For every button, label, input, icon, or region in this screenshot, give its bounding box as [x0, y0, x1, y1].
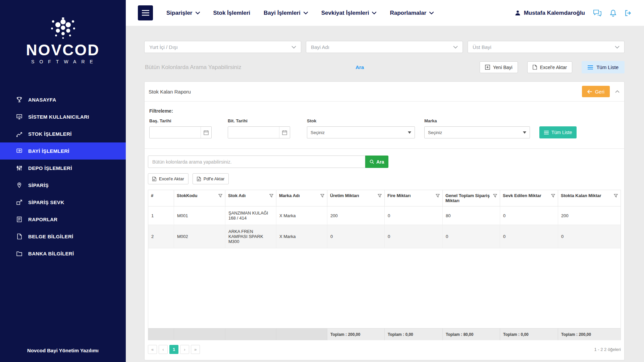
end-date-field: [228, 126, 290, 138]
user-menu[interactable]: Mustafa Kalemdaroğlu: [515, 10, 585, 16]
totals-cell-empty: [148, 328, 174, 340]
hamburger-menu-button[interactable]: [138, 5, 153, 20]
column-label: StokKodu: [177, 193, 197, 198]
pdf-export-button[interactable]: Pdf'e Aktar: [193, 173, 229, 184]
sidebar-item-siparis[interactable]: SİPARİŞ: [0, 177, 126, 194]
start-date-input[interactable]: [150, 127, 201, 138]
end-date-label: Bit. Tarihi: [228, 118, 290, 123]
table-search-input[interactable]: [148, 156, 365, 168]
filter-funnel-icon[interactable]: [378, 194, 382, 198]
cell: 0: [500, 225, 558, 248]
content-area: Yurt İçi / Dışı Bayi Adı Üst Bayi Ara Ye…: [126, 26, 644, 362]
column-label: Stokta Kalan Miktar: [561, 193, 601, 198]
sidebar-item-belge-bilgileri[interactable]: BELGE BİLGİLERİ: [0, 228, 126, 245]
column-header: Üretim Miktarı: [327, 190, 385, 206]
sidebar-item-label: BAYİ İŞLEMLERİ: [28, 148, 69, 154]
filter-funnel-icon[interactable]: [320, 194, 324, 198]
table-row[interactable]: 1 M001 ŞANZIMAN KULAĞI 168 / 414 X Marka…: [148, 206, 621, 225]
column-header: Fire Miktarı: [385, 190, 443, 206]
filter-funnel-icon[interactable]: [493, 194, 497, 198]
first-page-icon[interactable]: «: [148, 345, 157, 354]
sidebar-footer-text: Novcod Bayi Yönetim Yazılımı: [0, 339, 126, 362]
last-page-icon[interactable]: »: [191, 345, 200, 354]
end-date-input[interactable]: [228, 127, 279, 138]
table-search-button[interactable]: Ara: [365, 156, 388, 168]
nav-sevkiyat-islemleri[interactable]: Sevkiyat İşlemleri: [321, 10, 377, 16]
chevron-down-icon: [304, 12, 308, 14]
logout-icon[interactable]: [625, 10, 632, 16]
sidebar-item-stok-islemleri[interactable]: STOK İŞLEMLERİ: [0, 125, 126, 142]
nav-stok-islemleri[interactable]: Stok İşlemleri: [213, 10, 251, 16]
excel-export-label: Excel'e Aktar: [159, 176, 184, 181]
back-label: Geri: [595, 89, 604, 95]
cell: 1: [148, 206, 174, 225]
column-header: Marka Adı: [276, 190, 327, 206]
stock-report-table: # StokKodu Stok Adı Marka Adı Üretim Mik…: [148, 190, 621, 340]
sidebar-item-depo-islemleri[interactable]: DEPO İŞLEMLERİ: [0, 160, 126, 177]
cell: ŞANZIMAN KULAĞI 168 / 414: [225, 206, 276, 225]
nav-bayi-islemleri[interactable]: Bayi İşlemleri: [264, 10, 308, 16]
region-select[interactable]: Yurt İçi / Dışı: [144, 41, 301, 53]
parent-dealer-select[interactable]: Üst Bayi: [468, 41, 625, 53]
column-label: Marka Adı: [279, 193, 300, 198]
nav-label: Siparişler: [166, 10, 193, 16]
sidebar-item-label: RAPORLAR: [28, 217, 57, 222]
nav-label: Stok İşlemleri: [213, 10, 251, 16]
page-number-button[interactable]: 1: [169, 345, 178, 354]
column-header: Sevk Edilen Miktar: [500, 190, 558, 206]
cell: 0: [558, 225, 621, 248]
table-row[interactable]: 2 M002 ARKA FREN KAMPASI SPARK M300 X Ma…: [148, 225, 621, 248]
next-page-icon[interactable]: ›: [180, 345, 189, 354]
dealer-name-select[interactable]: Bayi Adı: [306, 41, 463, 53]
sidebar-item-bayi-islemleri[interactable]: BAYİ İŞLEMLERİ: [0, 142, 126, 160]
full-list-button-filter[interactable]: Tüm Liste: [539, 126, 577, 138]
sidebar-item-sistem-kullanicilari[interactable]: SİSTEM KULLANICILARI: [0, 108, 126, 125]
column-label: Sevk Edilen Miktar: [503, 193, 541, 198]
sidebar-item-label: BELGE BİLGİLERİ: [28, 234, 73, 239]
filter-funnel-icon[interactable]: [436, 194, 440, 198]
sidebar-item-label: STOK İŞLEMLERİ: [28, 131, 72, 137]
cell: 200: [327, 206, 385, 225]
sidebar-item-siparis-sevk[interactable]: SİPARİŞ SEVK: [0, 194, 126, 211]
sidebar-item-banka-bilgileri[interactable]: BANKA BİLGİLERİ: [0, 245, 126, 262]
sidebar-item-label: SİSTEM KULLANICILARI: [28, 114, 89, 120]
collapse-chevron-up-icon[interactable]: [615, 90, 620, 93]
calendar-icon[interactable]: [201, 127, 211, 138]
excel-export-button-top[interactable]: Excel'e Aktar: [527, 61, 573, 73]
filter-funnel-icon[interactable]: [614, 194, 618, 198]
start-date-field: [149, 126, 212, 138]
totals-cell: Toplam : 80,00: [443, 328, 500, 340]
notifications-bell-icon[interactable]: [610, 9, 616, 17]
sidebar-item-anasayfa[interactable]: ANASAYFA: [0, 91, 126, 108]
list-icon: [544, 131, 549, 134]
back-button[interactable]: Geri: [582, 86, 610, 97]
cell: 200: [558, 206, 621, 225]
filter-funnel-icon[interactable]: [269, 194, 273, 198]
chat-icon[interactable]: [593, 9, 602, 16]
previous-page-icon[interactable]: ‹: [159, 345, 168, 354]
global-search-input[interactable]: [144, 63, 332, 72]
column-label: Fire Miktarı: [387, 193, 411, 198]
excel-export-button[interactable]: Excel'e Aktar: [148, 173, 189, 184]
calendar-icon[interactable]: [279, 127, 290, 138]
nav-siparisler[interactable]: Siparişler: [166, 10, 200, 16]
filter-funnel-icon[interactable]: [218, 194, 222, 198]
full-list-button-top[interactable]: Tüm Liste: [582, 61, 625, 73]
brand-select[interactable]: Seçiniz: [424, 126, 530, 138]
new-dealer-button[interactable]: Yeni Bayi: [480, 61, 518, 73]
arrow-left-icon: [587, 89, 592, 94]
top-navbar: Siparişler Stok İşlemleri Bayi İşlemleri…: [126, 0, 644, 26]
chevron-down-icon: [408, 131, 411, 134]
excel-export-label: Excel'e Aktar: [540, 65, 567, 70]
totals-cell-empty: [225, 328, 276, 340]
table-header-row: # StokKodu Stok Adı Marka Adı Üretim Mik…: [148, 190, 621, 206]
search-link[interactable]: Ara: [356, 64, 364, 70]
sidebar-item-raporlar[interactable]: RAPORLAR: [0, 211, 126, 228]
nav-raporlamalar[interactable]: Raporlamalar: [390, 10, 434, 16]
filter-funnel-icon[interactable]: [551, 194, 555, 198]
stock-select[interactable]: Seçiniz: [307, 126, 415, 138]
parent-dealer-select-value: Üst Bayi: [473, 44, 491, 50]
column-label: Stok Adı: [228, 193, 246, 198]
logo: NOVCOD SOFTWARE: [26, 17, 100, 64]
column-header: StokKodu: [174, 190, 225, 206]
